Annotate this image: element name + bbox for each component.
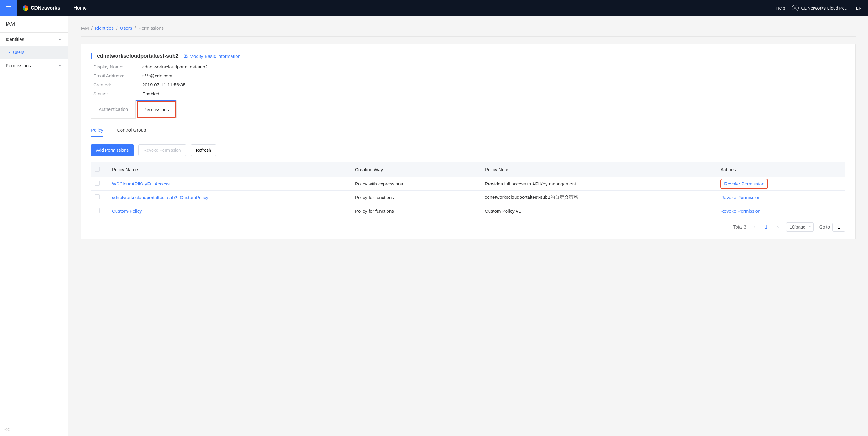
tab-authentication[interactable]: Authentication	[91, 100, 136, 119]
main-content: IAM / Identities / Users / Permissions c…	[68, 16, 868, 436]
logo-icon	[23, 5, 28, 11]
accent-bar	[91, 53, 92, 59]
pager-page-1[interactable]: 1	[763, 223, 770, 231]
highlight-box: Revoke Permission	[720, 179, 768, 189]
sidebar-group-label: Identities	[6, 37, 24, 42]
sidebar-item-users[interactable]: Users	[0, 46, 68, 59]
sidebar-group-label: Permissions	[6, 63, 31, 68]
hamburger-icon	[5, 4, 12, 12]
chevron-down-icon	[58, 64, 62, 68]
crumb-iam: IAM	[81, 25, 89, 31]
creation-way: Policy for functions	[351, 191, 481, 204]
table-row: cdnetworkscloudportaltest-sub2_CustomPol…	[91, 191, 845, 204]
menu-toggle[interactable]	[0, 0, 17, 16]
policy-link[interactable]: WSCloudAPIKeyFullAccess	[112, 181, 169, 187]
sub-tabs: Policy Control Group	[91, 127, 845, 137]
revoke-permission-link[interactable]: Revoke Permission	[720, 208, 761, 214]
row-checkbox[interactable]	[95, 195, 99, 199]
revoke-permission-button[interactable]: Revoke Permission	[138, 144, 186, 156]
add-permissions-button[interactable]: Add Permissions	[91, 144, 134, 156]
crumb-identities[interactable]: Identities	[95, 25, 114, 31]
tab-permissions[interactable]: Permissions	[136, 100, 177, 119]
lang-switch[interactable]: EN	[856, 6, 862, 10]
col-creation-way: Creation Way	[351, 162, 481, 177]
sidebar: IAM Identities Users Permissions <<	[0, 16, 68, 436]
pagination: Total 3 ‹ 1 › 10/page Go to	[91, 222, 845, 232]
kv-created: Created: 2019-07-11 11:56:35	[93, 82, 845, 87]
sidebar-collapse[interactable]: <<	[0, 423, 68, 436]
kv-status: Status: Enabled	[93, 91, 845, 96]
pager-next[interactable]: ›	[775, 225, 781, 230]
crumb-permissions: Permissions	[138, 25, 164, 31]
col-actions: Actions	[717, 162, 845, 177]
revoke-permission-link[interactable]: Revoke Permission	[724, 181, 764, 187]
policy-link[interactable]: cdnetworkscloudportaltest-sub2_CustomPol…	[112, 195, 208, 200]
modify-label: Modify Basic Information	[190, 54, 241, 59]
action-buttons: Add Permissions Revoke Permission Refres…	[91, 144, 845, 156]
pager-goto-label: Go to	[819, 225, 830, 230]
sidebar-group-identities[interactable]: Identities	[0, 33, 68, 46]
subtab-control-group[interactable]: Control Group	[117, 127, 146, 137]
pager-prev[interactable]: ‹	[752, 225, 757, 230]
kv-display-name: Display Name: cdnetworkscloudportaltest-…	[93, 64, 845, 69]
policy-note: cdnetworkscloudportaltest-sub2的自定义策略	[481, 191, 717, 204]
nav-home[interactable]: Home	[73, 5, 87, 11]
double-chevron-left-icon: <<	[4, 426, 8, 433]
chevron-up-icon	[58, 37, 62, 41]
modify-basic-info-link[interactable]: Modify Basic Information	[184, 54, 241, 59]
col-policy-note: Policy Note	[481, 162, 717, 177]
svg-point-3	[795, 6, 796, 8]
user-label: CDNetworks Cloud Po…	[801, 6, 849, 10]
permissions-table: Policy Name Creation Way Policy Note Act…	[91, 162, 845, 218]
revoke-permission-link[interactable]: Revoke Permission	[720, 195, 761, 200]
row-checkbox[interactable]	[95, 208, 99, 213]
pager-size-select[interactable]: 10/page	[786, 222, 814, 232]
policy-note: Provides full access to APIKey managemen…	[481, 177, 717, 191]
policy-note: Custom Policy #1	[481, 204, 717, 218]
refresh-button[interactable]: Refresh	[191, 144, 216, 156]
top-bar: CDNetworks Home Help CDNetworks Cloud Po…	[0, 0, 868, 16]
brand[interactable]: CDNetworks	[17, 5, 66, 11]
pager-goto-input[interactable]	[832, 223, 845, 232]
page-title: cdnetworkscloudportaltest-sub2	[97, 53, 179, 59]
col-policy-name: Policy Name	[108, 162, 351, 177]
select-all-checkbox[interactable]	[95, 167, 99, 172]
nav-help[interactable]: Help	[776, 6, 785, 10]
detail-tabs: Authentication Permissions	[91, 100, 845, 119]
sidebar-title: IAM	[0, 16, 68, 33]
bullet-icon	[9, 52, 10, 53]
row-checkbox[interactable]	[95, 181, 99, 186]
edit-icon	[184, 54, 188, 58]
subtab-policy[interactable]: Policy	[91, 127, 103, 137]
user-icon	[792, 5, 799, 11]
creation-way: Policy for functions	[351, 204, 481, 218]
kv-email: Email Address: s***@cdn.com	[93, 73, 845, 78]
table-row: WSCloudAPIKeyFullAccessPolicy with expre…	[91, 177, 845, 191]
detail-card: cdnetworkscloudportaltest-sub2 Modify Ba…	[81, 44, 856, 239]
policy-link[interactable]: Custom-Policy	[112, 208, 142, 214]
table-row: Custom-PolicyPolicy for functionsCustom …	[91, 204, 845, 218]
crumb-users[interactable]: Users	[120, 25, 132, 31]
brand-text: CDNetworks	[31, 5, 60, 11]
sidebar-group-permissions[interactable]: Permissions	[0, 59, 68, 72]
sidebar-item-label: Users	[13, 50, 25, 55]
breadcrumb: IAM / Identities / Users / Permissions	[81, 25, 856, 37]
creation-way: Policy with expressions	[351, 177, 481, 191]
pager-total: Total 3	[734, 225, 746, 230]
user-menu[interactable]: CDNetworks Cloud Po…	[792, 5, 849, 11]
